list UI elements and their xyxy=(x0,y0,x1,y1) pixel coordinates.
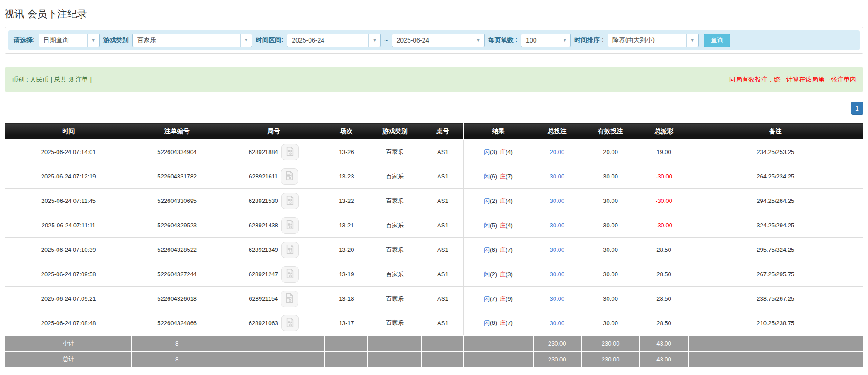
cell-game-type: 百家乐 xyxy=(368,189,422,213)
footer-empty xyxy=(325,336,368,351)
date-from-value: 2025-06-24 xyxy=(287,37,368,44)
column-header-3: 局号 xyxy=(222,123,325,140)
cell-time: 2025-06-24 07:09:58 xyxy=(5,262,132,287)
cell-remark: 295.75/324.25 xyxy=(688,238,863,262)
footer-label: 总计 xyxy=(5,351,132,367)
cell-remark: 210.25/238.75 xyxy=(688,311,863,336)
total-bet-link[interactable]: 30.00 xyxy=(550,320,564,327)
column-header-1: 时间 xyxy=(5,123,132,140)
video-file-icon xyxy=(285,171,294,182)
result-player: 闲 xyxy=(484,246,490,253)
table-header: 时间注单编号局号场次游戏类别桌号结果总投注有效投注总派彩备注 xyxy=(5,123,863,140)
cell-remark: 264.25/234.25 xyxy=(688,164,863,189)
date-from-dropdown[interactable]: 2025-06-24 ▼ xyxy=(287,34,381,47)
filter-panel: 请选择: 日期查询 ▼ 游戏类别 百家乐 ▼ 时间区间: 2025-06-24 … xyxy=(5,27,863,54)
footer-empty xyxy=(368,351,422,367)
footer-empty xyxy=(325,351,368,367)
search-button[interactable]: 查询 xyxy=(704,34,730,47)
game-type-dropdown[interactable]: 百家乐 ▼ xyxy=(132,34,252,47)
sort-order-value: 降幂(由大到小) xyxy=(608,36,686,44)
cell-round-id: 628921530 xyxy=(222,189,325,213)
video-replay-button[interactable] xyxy=(281,315,299,331)
video-file-icon xyxy=(285,146,295,158)
cell-session: 13-19 xyxy=(325,262,368,287)
video-replay-button[interactable] xyxy=(281,168,298,185)
cell-result: 闲(6)庄(7) xyxy=(463,164,533,189)
cell-result: 闲(5)庄(4) xyxy=(463,213,533,238)
cell-payout: 28.50 xyxy=(640,262,688,287)
video-replay-button[interactable] xyxy=(281,144,299,160)
chevron-down-icon: ▼ xyxy=(559,34,570,47)
total-bet-link[interactable]: 30.00 xyxy=(550,271,564,278)
result-player: 闲 xyxy=(484,319,490,326)
cell-payout: 28.50 xyxy=(640,287,688,311)
sort-order-dropdown[interactable]: 降幂(由大到小) ▼ xyxy=(608,34,699,47)
result-banker: 庄 xyxy=(500,295,506,302)
footer-total-bet: 230.00 xyxy=(533,351,581,367)
video-replay-button[interactable] xyxy=(281,266,299,283)
total-bet-link[interactable]: 30.00 xyxy=(550,173,564,180)
cell-valid-bet: 30.00 xyxy=(581,238,640,262)
column-header-7: 结果 xyxy=(463,123,533,140)
cell-payout: 19.00 xyxy=(640,140,688,164)
round-number: 628921349 xyxy=(249,246,278,253)
cell-time: 2025-06-24 07:11:11 xyxy=(5,213,132,238)
cell-round-id: 628921154 xyxy=(222,287,325,311)
date-range-tilde: ~ xyxy=(384,37,388,44)
footer-payout: 43.00 xyxy=(640,351,688,367)
cell-session: 13-23 xyxy=(325,164,368,189)
cell-time: 2025-06-24 07:14:01 xyxy=(5,140,132,164)
cell-session: 13-17 xyxy=(325,311,368,336)
video-replay-button[interactable] xyxy=(281,242,299,258)
video-replay-button[interactable] xyxy=(281,217,299,234)
video-file-icon xyxy=(285,195,295,207)
cell-bet-id: 522604326018 xyxy=(132,287,222,311)
cell-valid-bet: 30.00 xyxy=(581,213,640,238)
cell-bet-id: 522604330695 xyxy=(132,189,222,213)
table-row: 2025-06-24 07:09:58522604327244628921247… xyxy=(5,262,863,287)
cell-round-id: 628921884 xyxy=(222,140,325,164)
video-replay-button[interactable] xyxy=(281,193,299,209)
page-button-1[interactable]: 1 xyxy=(851,102,863,115)
column-header-6: 桌号 xyxy=(422,123,463,140)
cell-table-number: AS1 xyxy=(422,262,463,287)
chevron-down-icon: ▼ xyxy=(368,34,380,47)
cell-round-id: 628921349 xyxy=(222,238,325,262)
total-bet-link[interactable]: 30.00 xyxy=(550,222,564,229)
bet-records-table: 时间注单编号局号场次游戏类别桌号结果总投注有效投注总派彩备注 2025-06-2… xyxy=(5,123,863,368)
table-row: 2025-06-24 07:11:11522604329523628921438… xyxy=(5,213,863,238)
cell-round-id: 628921247 xyxy=(222,262,325,287)
payout-value: 28.50 xyxy=(656,246,671,253)
cell-result: 闲(2)庄(4) xyxy=(463,189,533,213)
round-number: 628921438 xyxy=(249,222,278,229)
query-type-value: 日期查询 xyxy=(39,36,87,44)
cell-table-number: AS1 xyxy=(422,189,463,213)
date-to-dropdown[interactable]: 2025-06-24 ▼ xyxy=(392,34,485,47)
table-row: 2025-06-24 07:11:45522604330695628921530… xyxy=(5,189,863,213)
payout-value: -30.00 xyxy=(656,173,672,180)
result-player: 闲 xyxy=(484,197,490,204)
total-bet-link[interactable]: 30.00 xyxy=(550,246,564,253)
filter-bar: 请选择: 日期查询 ▼ 游戏类别 百家乐 ▼ 时间区间: 2025-06-24 … xyxy=(8,30,860,50)
payout-value: 28.50 xyxy=(656,295,671,302)
page-size-value: 100 xyxy=(521,37,559,44)
chevron-down-icon: ▼ xyxy=(240,34,252,47)
column-header-8: 总投注 xyxy=(533,123,581,140)
round-number: 628921063 xyxy=(249,320,278,327)
video-file-icon xyxy=(285,317,295,329)
column-header-5: 游戏类别 xyxy=(368,123,422,140)
column-header-10: 总派彩 xyxy=(640,123,688,140)
cell-total-bet: 30.00 xyxy=(533,262,581,287)
total-bet-link[interactable]: 20.00 xyxy=(550,149,564,155)
payout-value: 19.00 xyxy=(656,149,671,155)
cell-bet-id: 522604334904 xyxy=(132,140,222,164)
video-replay-button[interactable] xyxy=(281,291,298,307)
total-bet-link[interactable]: 30.00 xyxy=(550,295,564,302)
cell-result: 闲(3)庄(4) xyxy=(463,140,533,164)
table-row: 2025-06-24 07:09:21522604326018628921154… xyxy=(5,287,863,311)
page-size-dropdown[interactable]: 100 ▼ xyxy=(521,34,571,47)
total-bet-link[interactable]: 30.00 xyxy=(550,197,564,204)
cell-game-type: 百家乐 xyxy=(368,238,422,262)
query-type-dropdown[interactable]: 日期查询 ▼ xyxy=(39,34,100,47)
cell-remark: 238.75/267.25 xyxy=(688,287,863,311)
